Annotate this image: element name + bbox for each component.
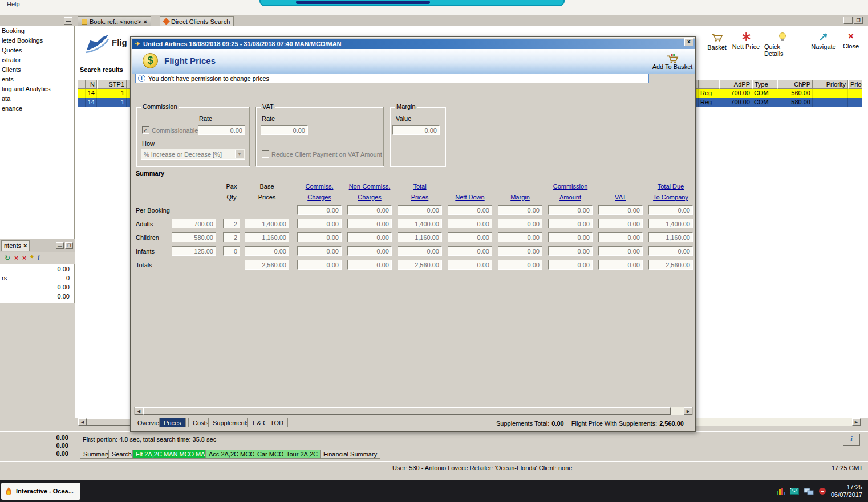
quick-details-button[interactable]: Quick Details <box>764 32 801 57</box>
tray-mail-icon[interactable] <box>790 488 799 495</box>
grid-header-priority[interactable]: Priority <box>813 80 848 89</box>
summary-field-infants-total[interactable]: 0.00 <box>398 246 442 256</box>
summary-field-adults-commamt[interactable]: 0.00 <box>548 219 593 228</box>
summary-field-infants-commiss[interactable]: 0.00 <box>297 246 342 256</box>
summary-field-totals-noncommiss[interactable]: 0.00 <box>347 260 392 270</box>
vat-rate-field[interactable]: 0.00 <box>261 125 308 135</box>
summary-field-infants-due[interactable]: 0.00 <box>648 246 693 256</box>
summary-column-header[interactable]: Total <box>386 183 454 190</box>
row2-prior[interactable] <box>848 98 862 107</box>
tab-search[interactable]: Search <box>108 450 135 459</box>
summary-field-infants-margin[interactable]: 0.00 <box>498 246 542 256</box>
summary-field-adults-margin[interactable]: 0.00 <box>498 219 542 228</box>
summary-field-infants-base[interactable]: 0.00 <box>245 246 289 256</box>
tray-chart-icon[interactable] <box>776 487 785 495</box>
grid-header-prior[interactable]: Prior <box>848 80 862 89</box>
delete-icon[interactable]: × <box>14 254 18 262</box>
summary-field-per_booking-noncommiss[interactable]: 0.00 <box>347 205 392 215</box>
window-restore-button[interactable]: ❐ <box>854 17 863 24</box>
summary-field-totals-total[interactable]: 2,560.00 <box>398 260 442 270</box>
sidebar-collapse-button[interactable] <box>64 17 72 25</box>
row2-adpp[interactable]: 700.00 <box>719 98 752 107</box>
summary-field-adults-due[interactable]: 1,400.00 <box>648 219 693 228</box>
row1-prior[interactable] <box>848 89 862 98</box>
contents-minimize-button[interactable]: — <box>56 242 64 249</box>
result-row-1[interactable] <box>78 89 86 98</box>
summary-field-totals-base[interactable]: 2,560.00 <box>245 260 289 270</box>
summary-field-infants-perpax[interactable]: 125.00 <box>172 246 216 256</box>
scroll-right-button[interactable]: ▶ <box>852 418 861 426</box>
summary-field-per_booking-nett[interactable]: 0.00 <box>448 205 492 215</box>
grid-header-type[interactable]: Type <box>752 80 777 89</box>
refresh-icon[interactable]: ↻ <box>5 254 10 262</box>
grid-header-chpp[interactable]: ChPP <box>777 80 813 89</box>
summary-field-infants-nett[interactable]: 0.00 <box>448 246 492 256</box>
summary-field-adults-total[interactable]: 1,400.00 <box>398 219 442 228</box>
summary-field-children-commiss[interactable]: 0.00 <box>297 232 342 242</box>
dialog-tab-tod[interactable]: TOD <box>266 418 288 427</box>
taskbar-app-button[interactable]: Interactive - Ocea... <box>1 483 80 500</box>
navigate-button[interactable]: Navigate <box>809 32 838 57</box>
tray-network-icon[interactable] <box>804 488 814 495</box>
sidebar-item[interactable]: ents <box>0 75 74 84</box>
row2-stp1[interactable]: 1 <box>97 98 127 107</box>
summary-field-totals-nett[interactable]: 0.00 <box>448 260 492 270</box>
add-to-basket-button[interactable]: Add To Basket <box>647 53 698 70</box>
summary-field-per_booking-commamt[interactable]: 0.00 <box>548 205 593 215</box>
summary-field-children-vat[interactable]: 0.00 <box>598 232 643 242</box>
reduce-vat-checkbox[interactable] <box>262 150 269 158</box>
summary-field-totals-commiss[interactable]: 0.00 <box>297 260 342 270</box>
row1-type[interactable]: COM <box>752 89 777 98</box>
tab-direct-clients-search[interactable]: Direct Clients Search <box>160 16 234 26</box>
row2-reg[interactable]: Reg <box>699 98 719 107</box>
tab-booking-ref[interactable]: Book. ref.: <none> × <box>78 16 151 26</box>
row1-chpp[interactable]: 560.00 <box>777 89 813 98</box>
sidebar-item[interactable]: leted Bookings <box>0 36 74 46</box>
summary-column-header[interactable]: Commission <box>536 183 605 190</box>
summary-field-totals-commamt[interactable]: 0.00 <box>548 260 593 270</box>
window-minimize-button[interactable]: — <box>843 17 853 24</box>
remove-icon[interactable]: × <box>22 254 26 262</box>
summary-field-children-due[interactable]: 1,160.00 <box>648 232 693 242</box>
tray-clock[interactable]: 17:25 06/07/2017 <box>831 484 862 499</box>
sidebar-item[interactable]: istrator <box>0 55 74 65</box>
status-info-button[interactable]: i <box>843 434 860 446</box>
tab-accommodation[interactable]: Acc 2A,2C MCO <box>205 450 258 459</box>
row2-priority[interactable] <box>813 98 848 107</box>
sidebar-item[interactable]: Booking <box>0 26 74 36</box>
sidebar-item[interactable]: Clients <box>0 65 74 75</box>
sidebar-item[interactable]: Quotes <box>0 46 74 55</box>
dialog-title-bar[interactable]: ✈ United Airlines 16/08/2018 09:25 - 31/… <box>132 39 695 49</box>
nett-price-button[interactable]: Nett Price <box>732 32 760 57</box>
summary-field-per_booking-margin[interactable]: 0.00 <box>498 205 542 215</box>
summary-field-adults-qty[interactable]: 2 <box>223 219 240 228</box>
summary-field-adults-perpax[interactable]: 700.00 <box>172 219 216 228</box>
tab-flight[interactable]: Flt 2A,2C MAN MCO MAN <box>132 450 213 459</box>
summary-field-children-base[interactable]: 1,160.00 <box>245 232 289 242</box>
summary-field-per_booking-total[interactable]: 0.00 <box>398 205 442 215</box>
summary-field-infants-vat[interactable]: 0.00 <box>598 246 643 256</box>
info-icon[interactable]: i <box>38 254 39 262</box>
row2-n[interactable]: 14 <box>86 98 97 107</box>
summary-field-infants-noncommiss[interactable]: 0.00 <box>347 246 392 256</box>
grid-header-n[interactable]: N <box>86 80 97 89</box>
tray-audio-icon[interactable] <box>818 487 826 495</box>
margin-value-field[interactable]: 0.00 <box>392 125 440 135</box>
summary-field-children-commamt[interactable]: 0.00 <box>548 232 593 242</box>
grid-header-stp1[interactable]: STP1 <box>97 80 127 89</box>
commission-how-dropdown[interactable]: % Increase or Decrease [%] ▼ <box>141 149 245 160</box>
summary-field-children-nett[interactable]: 0.00 <box>448 232 492 242</box>
sidebar-item[interactable]: ata <box>0 94 74 104</box>
dropdown-arrow-icon[interactable]: ▼ <box>235 150 244 158</box>
dialog-scroll-thumb[interactable] <box>143 407 671 415</box>
summary-field-totals-margin[interactable]: 0.00 <box>498 260 542 270</box>
dialog-tab-prices[interactable]: Prices <box>159 418 186 427</box>
dialog-close-button[interactable]: × <box>684 38 693 46</box>
summary-field-children-qty[interactable]: 2 <box>223 232 240 242</box>
summary-field-per_booking-commiss[interactable]: 0.00 <box>297 205 342 215</box>
dialog-horizontal-scrollbar[interactable]: ◀ ▶ <box>134 407 693 415</box>
summary-field-infants-commamt[interactable]: 0.00 <box>548 246 593 256</box>
tab-car[interactable]: Car MCO <box>254 450 287 459</box>
summary-column-header[interactable]: To Company <box>636 194 705 201</box>
row1-adpp[interactable]: 700.00 <box>719 89 752 98</box>
